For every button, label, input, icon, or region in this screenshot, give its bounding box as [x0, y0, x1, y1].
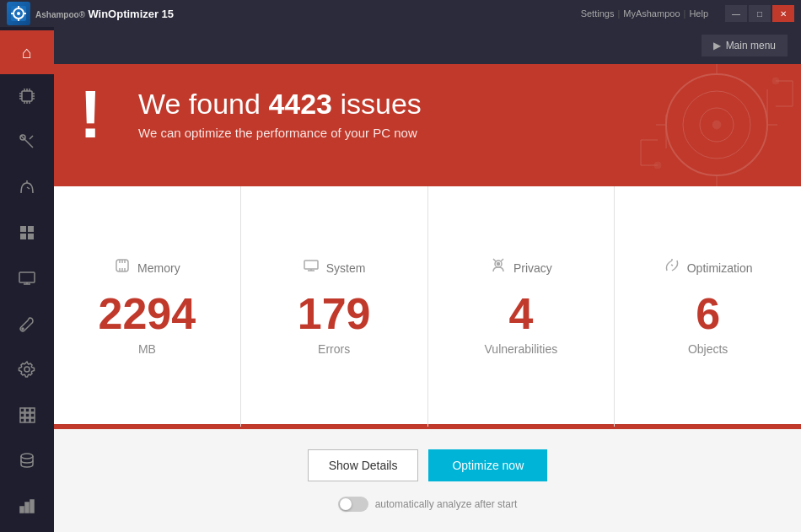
- memory-icon: [114, 257, 131, 278]
- optimization-card-label: Optimization: [687, 261, 753, 275]
- hero-banner: ! We found 4423 issues We: [54, 64, 801, 186]
- svg-rect-35: [25, 408, 30, 412]
- svg-rect-27: [20, 234, 26, 239]
- sidebar-item-wrench[interactable]: [0, 304, 54, 347]
- sidebar-item-monitor[interactable]: [0, 258, 54, 302]
- database-icon: [18, 451, 36, 474]
- svg-rect-44: [20, 507, 24, 513]
- app-body: ⌂: [0, 27, 801, 532]
- cpu-icon: [18, 87, 36, 110]
- svg-point-2: [17, 12, 20, 15]
- memory-card-number: 2294: [99, 292, 196, 336]
- titlebar-nav: Settings | MyAshampoo | Help — □ ✕: [581, 5, 794, 22]
- svg-point-69: [497, 263, 499, 266]
- svg-rect-36: [30, 408, 35, 412]
- hero-issues-count: 4423: [268, 88, 332, 120]
- optimization-card: Optimization 6 Objects: [615, 186, 801, 427]
- monitor-icon: [18, 269, 36, 292]
- help-link[interactable]: Help: [689, 8, 708, 19]
- optimization-card-bar: [615, 424, 801, 427]
- action-buttons: Show Details Optimize now: [308, 449, 548, 481]
- svg-rect-42: [30, 418, 35, 422]
- wrench-icon: [18, 314, 36, 337]
- svg-rect-28: [28, 234, 34, 239]
- bottom-area: Show Details Optimize now automatically …: [54, 429, 801, 532]
- optimize-now-button[interactable]: Optimize now: [428, 449, 547, 481]
- app-title: Ashampoo® WinOptimizer 15: [35, 8, 174, 20]
- maximize-button[interactable]: □: [749, 5, 771, 22]
- window-controls: — □ ✕: [725, 5, 794, 22]
- auto-analyze-toggle[interactable]: [338, 497, 368, 512]
- home-icon: ⌂: [22, 43, 32, 62]
- grid-icon: [18, 406, 36, 428]
- privacy-card-bar: [428, 424, 615, 427]
- main-menu-button[interactable]: ▶ Main menu: [702, 35, 788, 56]
- system-icon: [303, 257, 320, 278]
- main-content: ▶ Main menu !: [54, 27, 801, 532]
- system-card-unit: Errors: [318, 342, 350, 356]
- titlebar: Ashampoo® WinOptimizer 15 Settings | MyA…: [0, 0, 801, 27]
- myashampoo-link[interactable]: MyAshampoo: [623, 8, 680, 19]
- memory-card-label: Memory: [137, 261, 180, 275]
- optimization-card-header: Optimization: [664, 257, 753, 278]
- svg-point-43: [21, 454, 33, 459]
- svg-point-33: [24, 367, 30, 372]
- hero-title-suffix: issues: [332, 88, 422, 120]
- svg-rect-39: [30, 413, 35, 417]
- sidebar-item-grid[interactable]: [0, 395, 54, 438]
- svg-rect-29: [19, 272, 35, 282]
- svg-rect-26: [28, 226, 34, 232]
- system-card: System 179 Errors: [241, 186, 428, 427]
- sidebar-item-windows[interactable]: [0, 212, 54, 256]
- svg-rect-7: [22, 91, 32, 101]
- svg-rect-25: [20, 226, 26, 232]
- svg-line-70: [493, 259, 496, 261]
- alert-exclamation: !: [79, 81, 102, 148]
- svg-rect-40: [20, 418, 24, 422]
- sidebar-item-performance[interactable]: [0, 167, 54, 211]
- svg-rect-38: [25, 413, 30, 417]
- svg-rect-41: [25, 418, 30, 422]
- cards-area: Memory 2294 MB System: [54, 186, 801, 429]
- sidebar-item-tools[interactable]: [0, 121, 54, 165]
- system-card-bar: [241, 424, 427, 427]
- optimization-card-unit: Objects: [688, 342, 728, 356]
- auto-analyze-label: automatically analyze after start: [375, 498, 518, 510]
- privacy-card-label: Privacy: [513, 261, 552, 275]
- close-button[interactable]: ✕: [772, 5, 794, 22]
- memory-card-unit: MB: [138, 342, 156, 356]
- memory-card-bar: [54, 424, 240, 427]
- privacy-card-unit: Vulnerabilities: [485, 342, 558, 356]
- system-card-number: 179: [298, 292, 371, 336]
- tools-icon: [18, 132, 36, 155]
- settings-link[interactable]: Settings: [581, 8, 615, 19]
- memory-card-header: Memory: [114, 257, 180, 278]
- svg-rect-45: [25, 502, 29, 513]
- svg-line-71: [501, 259, 503, 261]
- svg-line-73: [671, 265, 673, 266]
- sidebar-item-gear[interactable]: [0, 349, 54, 393]
- sidebar: ⌂: [0, 27, 54, 532]
- privacy-card: Privacy 4 Vulnerabilities: [428, 186, 616, 427]
- privacy-icon: [490, 257, 507, 278]
- svg-point-32: [22, 328, 24, 330]
- svg-rect-37: [20, 413, 24, 417]
- optimization-icon: [664, 257, 680, 278]
- svg-line-24: [27, 187, 30, 189]
- chart-icon: [18, 497, 36, 519]
- svg-point-55: [772, 78, 779, 84]
- sidebar-item-database[interactable]: [0, 440, 54, 484]
- svg-point-56: [654, 162, 661, 169]
- minimize-button[interactable]: —: [725, 5, 747, 22]
- windows-icon: [18, 223, 36, 246]
- sidebar-item-cpu[interactable]: [0, 76, 54, 120]
- sidebar-item-chart[interactable]: [0, 486, 54, 529]
- gear-icon: [18, 360, 36, 383]
- show-details-button[interactable]: Show Details: [308, 449, 419, 481]
- app-logo: [7, 2, 30, 25]
- svg-rect-34: [20, 408, 24, 412]
- sidebar-item-home[interactable]: ⌂: [0, 30, 54, 74]
- performance-icon: [18, 178, 36, 201]
- main-menu-label: Main menu: [726, 40, 776, 51]
- svg-line-22: [30, 136, 33, 139]
